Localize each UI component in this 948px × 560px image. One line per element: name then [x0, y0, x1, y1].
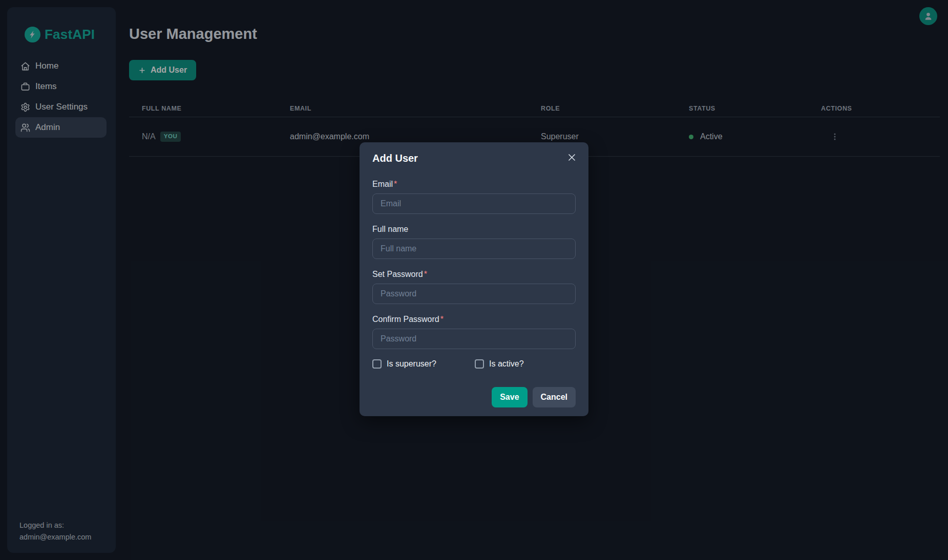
- required-asterisk: *: [440, 315, 444, 324]
- full-name-input[interactable]: [372, 239, 576, 259]
- required-asterisk: *: [394, 180, 397, 188]
- modal-header: Add User: [372, 153, 576, 165]
- confirm-password-input[interactable]: [372, 329, 576, 349]
- confirm-password-label: Confirm Password*: [372, 314, 576, 325]
- is-active-checkbox[interactable]: Is active?: [475, 359, 524, 369]
- modal-footer: Save Cancel: [372, 387, 576, 407]
- set-password-field-group: Set Password*: [372, 269, 576, 304]
- full-name-label: Full name: [372, 224, 576, 234]
- confirm-password-field-group: Confirm Password*: [372, 314, 576, 349]
- modal-close-button[interactable]: [566, 152, 578, 165]
- email-input[interactable]: [372, 193, 576, 214]
- is-superuser-checkbox[interactable]: Is superuser?: [372, 359, 475, 369]
- cancel-button[interactable]: Cancel: [533, 387, 576, 407]
- modal-title: Add User: [372, 153, 418, 164]
- email-label: Email*: [372, 179, 576, 189]
- modal-checkbox-row: Is superuser? Is active?: [372, 359, 576, 369]
- password-input[interactable]: [372, 284, 576, 304]
- email-field-group: Email*: [372, 179, 576, 214]
- checkbox-box-icon[interactable]: [372, 359, 382, 369]
- save-button[interactable]: Save: [492, 387, 527, 407]
- is-superuser-label: Is superuser?: [387, 359, 436, 369]
- add-user-modal: Add User Email* Full name Set Password* …: [360, 142, 588, 416]
- checkbox-box-icon[interactable]: [475, 359, 484, 369]
- close-icon: [567, 153, 577, 162]
- required-asterisk: *: [424, 270, 427, 278]
- full-name-field-group: Full name: [372, 224, 576, 259]
- is-active-label: Is active?: [489, 359, 524, 369]
- set-password-label: Set Password*: [372, 269, 576, 279]
